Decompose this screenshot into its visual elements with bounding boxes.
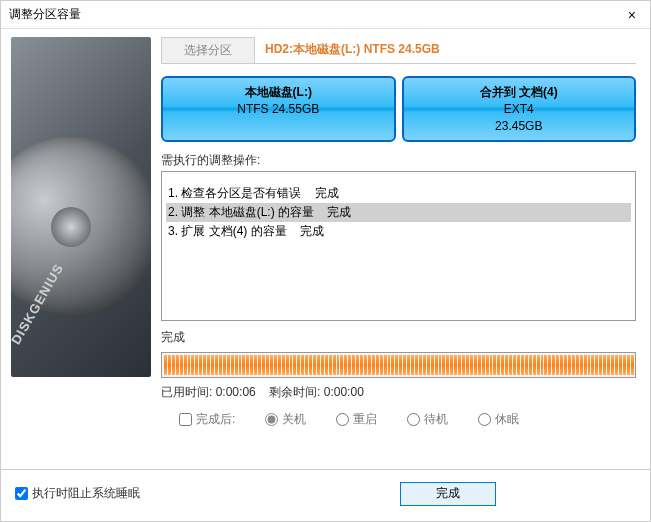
partition-title: 本地磁盘(L:) — [167, 84, 390, 101]
partition-subtitle2: 23.45GB — [408, 118, 631, 135]
window-title: 调整分区容量 — [9, 6, 81, 23]
partition-title: 合并到 文档(4) — [408, 84, 631, 101]
status-text: 完成 — [161, 329, 636, 346]
close-icon[interactable]: × — [622, 5, 642, 25]
radio-input[interactable] — [407, 413, 420, 426]
after-complete-checkbox[interactable]: 完成后: — [179, 411, 235, 428]
operations-list[interactable]: 1. 检查各分区是否有错误 完成 2. 调整 本地磁盘(L:) 的容量 完成 3… — [161, 171, 636, 321]
partition-subtitle: NTFS 24.55GB — [167, 101, 390, 118]
footer: 执行时阻止系统睡眠 完成 — [1, 469, 650, 517]
done-button[interactable]: 完成 — [400, 482, 496, 506]
partition-map: 本地磁盘(L:) NTFS 24.55GB 合并到 文档(4) EXT4 23.… — [161, 76, 636, 142]
timing-row: 已用时间: 0:00:06 剩余时间: 0:00:00 — [161, 384, 636, 401]
progress-bar — [161, 352, 636, 378]
list-item[interactable]: 2. 调整 本地磁盘(L:) 的容量 完成 — [166, 203, 631, 222]
tab-bar: 选择分区 HD2:本地磁盘(L:) NTFS 24.5GB — [161, 37, 636, 64]
after-option-standby[interactable]: 待机 — [407, 411, 448, 428]
elapsed-label: 已用时间: — [161, 385, 212, 399]
list-item[interactable]: 1. 检查各分区是否有错误 完成 — [166, 184, 631, 203]
radio-input[interactable] — [336, 413, 349, 426]
prevent-sleep-input[interactable] — [15, 487, 28, 500]
disk-illustration: DISKGENIUS — [11, 37, 151, 377]
content-area: DISKGENIUS 选择分区 HD2:本地磁盘(L:) NTFS 24.5GB… — [1, 29, 650, 469]
after-complete-row: 完成后: 关机 重启 待机 休眠 — [161, 411, 636, 428]
brand-label: DISKGENIUS — [11, 261, 66, 347]
main-panel: 选择分区 HD2:本地磁盘(L:) NTFS 24.5GB 本地磁盘(L:) N… — [151, 29, 650, 469]
after-checkbox-label: 完成后: — [196, 411, 235, 428]
partition-block[interactable]: 合并到 文档(4) EXT4 23.45GB — [402, 76, 637, 142]
prevent-sleep-label: 执行时阻止系统睡眠 — [32, 485, 140, 502]
list-item[interactable]: 3. 扩展 文档(4) 的容量 完成 — [166, 222, 631, 241]
after-option-hibernate[interactable]: 休眠 — [478, 411, 519, 428]
after-option-restart[interactable]: 重启 — [336, 411, 377, 428]
prevent-sleep-checkbox[interactable]: 执行时阻止系统睡眠 — [15, 485, 140, 502]
titlebar: 调整分区容量 × — [1, 1, 650, 29]
after-checkbox-input[interactable] — [179, 413, 192, 426]
partition-block[interactable]: 本地磁盘(L:) NTFS 24.55GB — [161, 76, 396, 142]
radio-input[interactable] — [265, 413, 278, 426]
tab-active-disk: HD2:本地磁盘(L:) NTFS 24.5GB — [257, 37, 448, 63]
remain-label: 剩余时间: — [269, 385, 320, 399]
after-option-shutdown[interactable]: 关机 — [265, 411, 306, 428]
remain-value: 0:00:00 — [324, 385, 364, 399]
partition-subtitle: EXT4 — [408, 101, 631, 118]
operations-header: 需执行的调整操作: — [161, 152, 636, 169]
tab-select-partition[interactable]: 选择分区 — [161, 37, 255, 63]
elapsed-value: 0:00:06 — [216, 385, 256, 399]
radio-input[interactable] — [478, 413, 491, 426]
